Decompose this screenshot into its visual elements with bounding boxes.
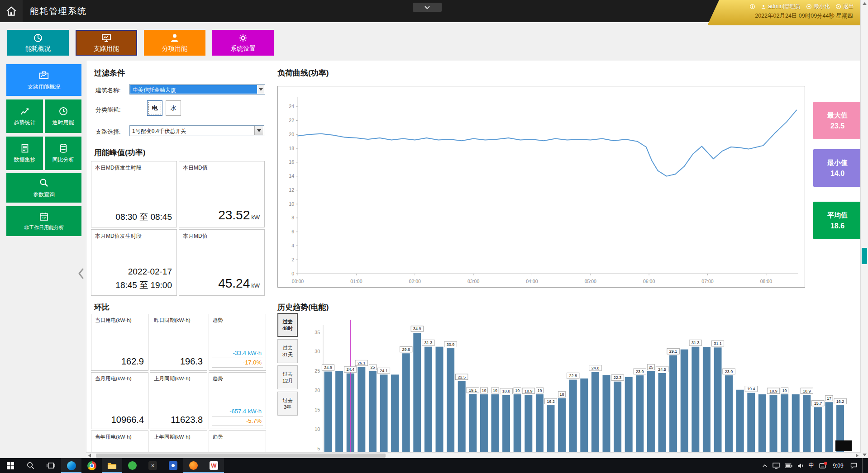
svg-text:5: 5	[317, 446, 320, 451]
calendar-12-icon: 12	[38, 211, 49, 222]
svg-text:16.2: 16.2	[836, 399, 844, 404]
orange-app-taskbar-button[interactable]	[183, 458, 204, 473]
huanbi-title: 环比	[94, 302, 110, 312]
badge-app-icon[interactable]	[819, 463, 826, 468]
main-tab-2[interactable]: 支路用能	[76, 30, 137, 56]
edge-taskbar-button[interactable]	[61, 458, 81, 473]
logout-button[interactable]: 退出	[835, 3, 854, 10]
svg-text:0: 0	[291, 271, 294, 276]
sidebar-item-7[interactable]: 12非工作日用能分析	[6, 206, 81, 236]
building-select[interactable]: 中美信托金融大厦	[129, 84, 265, 95]
sidebar-item-3[interactable]: 逐时用能	[45, 99, 81, 133]
green-app-icon	[128, 461, 137, 470]
range-tab-1[interactable]: 过去48时	[277, 313, 298, 337]
main-tab-3[interactable]: 分项用能	[144, 30, 205, 56]
datasheet-icon	[19, 143, 30, 154]
hidden-icons-icon[interactable]	[762, 464, 768, 468]
wps-taskbar-button[interactable]: W	[204, 458, 224, 473]
display-icon[interactable]	[773, 463, 780, 469]
sidebar-item-label: 数据集抄	[14, 156, 36, 164]
horizontal-scrollbar[interactable]	[86, 452, 861, 458]
scroll-down-arrow[interactable]	[861, 451, 868, 458]
horizontal-scroll-thumb[interactable]	[96, 454, 386, 458]
svg-text:05:00: 05:00	[585, 279, 596, 284]
card-value: 10966.4	[111, 415, 144, 425]
show-desktop-button[interactable]	[862, 458, 865, 473]
stat-value: 18.6	[813, 222, 861, 230]
start-taskbar-button[interactable]	[0, 458, 20, 473]
vertical-scroll-thumb[interactable]	[862, 248, 867, 264]
svg-text:02:00: 02:00	[409, 279, 421, 284]
sidebar-item-1[interactable]: 支路用能概况	[6, 64, 81, 96]
task-view-taskbar-button[interactable]	[41, 458, 61, 473]
svg-text:17: 17	[827, 396, 831, 401]
range-tab-2[interactable]: 过去31天	[277, 339, 298, 363]
peak-title: 用能峰值(功率)	[94, 147, 145, 158]
range-tab-3[interactable]: 过去12月	[277, 365, 298, 389]
blue-app-icon	[169, 461, 177, 470]
chrome-taskbar-button[interactable]	[81, 458, 102, 473]
minimize-button[interactable]: 最小化	[806, 3, 830, 10]
svg-text:24.4: 24.4	[346, 367, 354, 372]
chrome-icon	[87, 461, 96, 470]
scroll-corner-box	[835, 440, 852, 451]
trend-card: 趋势-657.4 kW·h-5.7%	[209, 372, 266, 429]
gear-icon	[238, 33, 248, 43]
taskbar-apps: ×W	[0, 458, 224, 473]
svg-text:07:00: 07:00	[701, 279, 713, 284]
sidebar-item-label: 参数查询	[33, 191, 55, 199]
volume-icon[interactable]	[797, 463, 804, 468]
svg-text:31.3: 31.3	[424, 341, 433, 345]
sidebar-item-4[interactable]: 数据集抄	[6, 137, 43, 170]
input-method-indicator[interactable]: 中	[809, 462, 815, 469]
branch-select[interactable]: 1号配变0.4千伏总开关	[129, 125, 264, 136]
vertical-scrollbar[interactable]	[860, 0, 868, 458]
dropdown-arrow-icon[interactable]	[254, 126, 263, 135]
home-button[interactable]	[0, 0, 23, 22]
info-icon[interactable]	[749, 4, 755, 9]
svg-text:24.1: 24.1	[380, 369, 388, 373]
stat-card-1: 最大值23.5	[813, 102, 861, 139]
energy-type-buttons: 电水	[147, 100, 181, 116]
main-tab-4[interactable]: 系统设置	[212, 30, 274, 56]
sidebar-item-2[interactable]: 趋势统计	[6, 99, 43, 133]
titlebar-dropdown-button[interactable]	[413, 3, 442, 12]
comment-icon[interactable]	[850, 463, 857, 469]
main-tab-1[interactable]: 能耗概况	[7, 30, 69, 56]
range-tab-4[interactable]: 过去3年	[277, 392, 298, 416]
sidebar-item-6[interactable]: 参数查询	[6, 173, 81, 203]
stat-label: 最大值	[813, 111, 861, 120]
svg-text:04:00: 04:00	[526, 279, 538, 284]
svg-text:23.9: 23.9	[636, 369, 644, 374]
scroll-up-arrow[interactable]	[861, 0, 868, 7]
taskbar-clock[interactable]: 9:09	[831, 463, 845, 469]
energy-type-button[interactable]: 水	[166, 100, 181, 116]
tab-label: 系统设置	[230, 45, 256, 53]
energy-type-button[interactable]: 电	[147, 100, 162, 116]
blue-app-taskbar-button[interactable]	[163, 458, 183, 473]
minus-circle-icon	[806, 4, 812, 9]
metric-card: 上年同期(kW·h)	[150, 430, 207, 452]
dropdown-arrow-icon[interactable]	[258, 85, 264, 94]
card-title: 本日MD值发生时段	[95, 164, 142, 172]
svg-text:25: 25	[649, 365, 653, 369]
search-taskbar-button[interactable]	[20, 458, 41, 473]
person-icon	[761, 4, 766, 9]
sidebar-item-5[interactable]: 同比分析	[45, 137, 81, 170]
terminal-x-taskbar-button[interactable]: ×	[143, 458, 163, 473]
trend-icon	[19, 106, 30, 117]
stat-label: 平均值	[813, 211, 861, 220]
stat-label: 最小值	[813, 159, 861, 167]
svg-text:20: 20	[315, 388, 320, 393]
svg-text:19: 19	[782, 388, 787, 393]
search-icon	[26, 461, 35, 470]
card-title: 本月MD值发生时段	[95, 232, 142, 240]
user-menu[interactable]: admin|管理员	[761, 3, 801, 10]
green-app-taskbar-button[interactable]	[122, 458, 143, 473]
battery-icon[interactable]	[785, 464, 792, 468]
svg-text:25: 25	[370, 365, 375, 369]
category-label: 分类能耗:	[95, 106, 121, 114]
explorer-taskbar-button[interactable]	[102, 458, 122, 473]
metric-card: 当日用电(kW·h)162.9	[91, 314, 148, 371]
sidebar-collapse-handle[interactable]	[78, 268, 84, 281]
